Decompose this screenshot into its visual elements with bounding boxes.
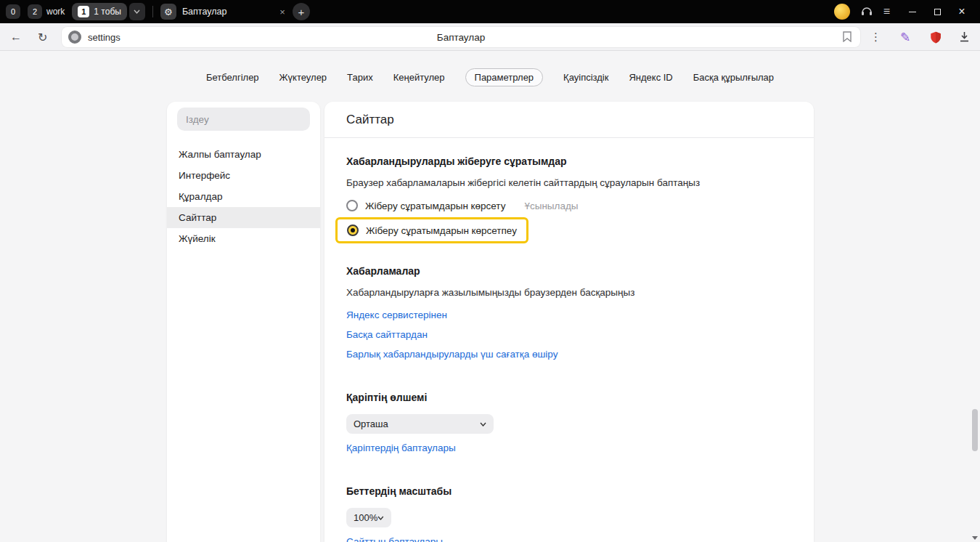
maximize-icon — [934, 9, 941, 15]
tab-security[interactable]: Қауіпсіздік — [563, 72, 608, 83]
menu-icon[interactable]: ≡ — [883, 6, 890, 17]
window-minimize-button[interactable] — [900, 0, 925, 23]
sidebar-item-general[interactable]: Жалпы баптаулар — [167, 144, 320, 165]
sidebar-search[interactable] — [177, 108, 310, 131]
download-button[interactable] — [959, 23, 970, 51]
section-heading-notification-requests: Хабарландыруларды жіберуге сұратымдар — [346, 155, 792, 167]
refresh-button[interactable]: ↻ — [38, 23, 47, 51]
work-group-label: work — [46, 7, 65, 17]
scroll-down-arrow-icon[interactable] — [971, 534, 979, 541]
font-size-select[interactable]: Орташа — [346, 414, 494, 434]
tab-downloads[interactable]: Жүктеулер — [279, 72, 327, 83]
section-heading-notifications: Хабарламалар — [346, 265, 792, 277]
font-size-select-value: Орташа — [354, 418, 388, 429]
close-icon: × — [958, 6, 965, 17]
notification-requests-description: Браузер хабарламаларын жібергісі келетін… — [346, 177, 792, 188]
site-favicon-icon — [68, 31, 81, 44]
settings-sidebar: Жалпы баптаулар Интерфейс Құралдар Сайтт… — [167, 102, 320, 542]
page-title: Баптаулар — [62, 27, 860, 47]
browser-toolbar: ← ↻ settings Баптаулар ⋮ ✎ — [0, 23, 980, 51]
radio-checked-icon — [347, 225, 359, 236]
tab-bookmarks[interactable]: Бетбелгілер — [206, 72, 259, 83]
protect-shield-button[interactable] — [929, 23, 942, 51]
window-close-button[interactable]: × — [950, 0, 974, 23]
settings-top-nav: Бетбелгілер Жүктеулер Тарих Кеңейтулер П… — [0, 51, 980, 86]
active-tab[interactable]: ⚙ Баптаулар × — [160, 4, 285, 20]
gear-icon: ⚙ — [160, 4, 176, 20]
url-text[interactable]: settings — [88, 27, 121, 47]
tab-counter-badge[interactable]: 0 — [6, 4, 20, 19]
radio-show-requests[interactable]: Жіберу сұратымдарын көрсету Ұсынылады — [346, 200, 792, 211]
kebab-menu-button[interactable]: ⋮ — [870, 23, 881, 51]
tab-title: Баптаулар — [182, 7, 274, 17]
new-tab-button[interactable]: + — [293, 3, 310, 20]
tab-close-icon[interactable]: × — [279, 7, 285, 17]
highlight-box: Жіберу сұратымдарын көрсетпеу — [335, 217, 528, 243]
notifications-description: Хабарландыруларға жазылымыңызды браузерд… — [346, 287, 792, 298]
tab-history[interactable]: Тарих — [347, 72, 373, 83]
active-group-count: 1 — [78, 6, 89, 17]
link-yandex-services[interactable]: Яндекс сервистерінен — [346, 310, 447, 320]
back-button[interactable]: ← — [10, 23, 22, 51]
vertical-scrollbar-thumb[interactable] — [972, 409, 978, 451]
active-group-label: 1 тобы — [94, 7, 121, 17]
recommended-hint: Ұсынылады — [524, 201, 578, 211]
minimize-icon — [909, 12, 916, 12]
section-heading-font-size: Қаріптің өлшемі — [346, 392, 792, 403]
tab-group-work[interactable]: 2 work — [28, 4, 65, 19]
content-title: Сайттар — [346, 113, 792, 127]
shield-icon — [929, 31, 942, 44]
bookmark-icon — [843, 31, 852, 42]
tab-extensions[interactable]: Кеңейтулер — [393, 72, 445, 83]
tab-group-active[interactable]: 1 1 тобы — [72, 3, 127, 20]
link-other-sites[interactable]: Басқа сайттардан — [346, 329, 428, 340]
sidebar-item-interface[interactable]: Интерфейс — [167, 165, 320, 186]
radio-hide-requests[interactable]: Жіберу сұратымдарын көрсетпеу — [347, 225, 517, 236]
search-input[interactable] — [186, 114, 301, 125]
window-maximize-button[interactable] — [925, 0, 950, 23]
tab-settings[interactable]: Параметрлер — [465, 68, 544, 86]
sidebar-item-sites[interactable]: Сайттар — [167, 207, 320, 228]
tab-yandex-id[interactable]: Яндекс ID — [629, 72, 672, 83]
sidebar-item-tools[interactable]: Құралдар — [167, 186, 320, 207]
address-bar[interactable]: settings Баптаулар — [62, 27, 860, 47]
download-icon — [959, 31, 970, 43]
chevron-down-icon — [134, 9, 140, 14]
headset-icon[interactable] — [860, 6, 873, 17]
tab-separator — [152, 6, 153, 17]
link-font-settings[interactable]: Қаріптердің баптаулары — [346, 442, 456, 453]
chevron-down-icon — [377, 516, 384, 520]
tab-other-devices[interactable]: Басқа құрылғылар — [693, 72, 774, 83]
settings-content: Сайттар Хабарландыруларды жіберуге сұрат… — [324, 102, 814, 542]
radio-unchecked-icon — [346, 200, 358, 211]
tab-bar: 0 2 work 1 1 тобы ⚙ Баптаулар × + — [0, 0, 980, 23]
bookmark-button[interactable] — [843, 31, 852, 45]
sidebar-item-system[interactable]: Жүйелік — [167, 228, 320, 249]
link-mute-all-3h[interactable]: Барлық хабарландыруларды үш сағатқа өшір… — [346, 349, 558, 360]
work-group-count: 2 — [28, 4, 42, 19]
radio-hide-requests-label: Жіберу сұратымдарын көрсетпеу — [366, 225, 517, 236]
profile-avatar[interactable] — [834, 4, 850, 20]
page-zoom-select-value: 100% — [354, 512, 377, 523]
page-zoom-select[interactable]: 100% — [346, 508, 391, 527]
section-heading-page-zoom: Беттердің масштабы — [346, 485, 792, 497]
radio-show-requests-label: Жіберу сұратымдарын көрсету — [365, 201, 505, 211]
content-header: Сайттар — [324, 102, 814, 138]
chevron-down-icon — [480, 422, 486, 426]
settings-page: Бетбелгілер Жүктеулер Тарих Кеңейтулер П… — [0, 51, 980, 542]
link-site-settings[interactable]: Сайттың баптаулары — [346, 536, 443, 542]
tab-group-dropdown-button[interactable] — [129, 3, 145, 20]
browser-window: 0 2 work 1 1 тобы ⚙ Баптаулар × + — [0, 0, 980, 542]
pen-icon[interactable]: ✎ — [900, 23, 910, 51]
